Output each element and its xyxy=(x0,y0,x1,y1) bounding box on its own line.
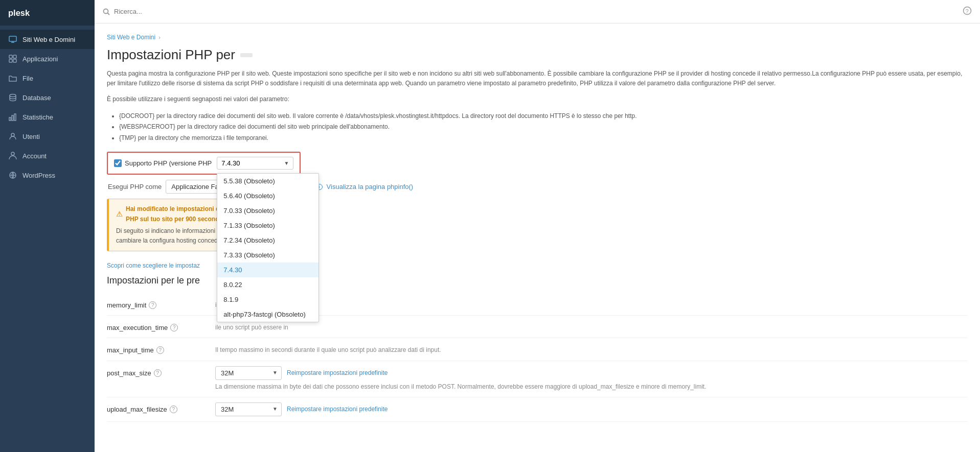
sidebar-item-applicazioni[interactable]: Applicazioni xyxy=(0,49,95,68)
param-content-upload-max-filesize: 32M ▼ Reimpostare impostazioni predefini… xyxy=(215,402,968,416)
php-support-group: Supporto PHP (versione PHP 7.4.30 ▼ 5.5.… xyxy=(107,152,968,194)
learn-more-link[interactable]: Scopri come scegliere le impostaz xyxy=(107,262,200,269)
esegui-label: Esegui PHP come xyxy=(108,183,162,191)
sidebar-navigation: Siti Web e Domini Applicazioni File Data… xyxy=(0,26,95,452)
svg-point-12 xyxy=(11,133,14,136)
svg-point-15 xyxy=(104,9,108,13)
max-input-time-help-icon[interactable]: ? xyxy=(156,346,164,354)
topbar: ? xyxy=(95,0,980,23)
sidebar-item-wordpress[interactable]: WordPress xyxy=(0,165,95,185)
max-execution-time-help-icon[interactable]: ? xyxy=(170,324,178,331)
param-label-post-max-size: post_max_size ? xyxy=(107,366,209,377)
sidebar-item-label: Account xyxy=(22,152,47,160)
sidebar-item-label: Siti Web e Domini xyxy=(22,36,75,43)
svg-rect-9 xyxy=(9,117,11,121)
info-list: {DOCROOT} per la directory radice dei do… xyxy=(107,111,968,144)
sidebar-item-siti-web[interactable]: Siti Web e Domini xyxy=(0,30,95,49)
php-version-dropdown-list: 5.5.38 (Obsoleto) 5.6.40 (Obsoleto) 7.0.… xyxy=(217,173,319,322)
php-version-dropdown: 7.4.30 ▼ 5.5.38 (Obsoleto) 5.6.40 (Obsol… xyxy=(217,157,293,170)
page-description: Questa pagina mostra la configurazione P… xyxy=(107,69,968,88)
list-item: {TMP} per la directory che memorizza i f… xyxy=(119,133,968,144)
upload-max-filesize-select[interactable]: 32M xyxy=(215,402,282,416)
param-label-max-input-time: max_input_time ? xyxy=(107,343,209,354)
grid-icon xyxy=(8,54,17,63)
monitor-icon xyxy=(8,35,17,44)
php-version-select[interactable]: 7.4.30 ▼ xyxy=(217,157,293,170)
param-row-post-max-size: post_max_size ? 32M ▼ Reimpostare impost… xyxy=(107,361,968,397)
param-label-max-execution-time: max_execution_time ? xyxy=(107,321,209,331)
user-icon xyxy=(8,132,17,141)
post-max-size-select-wrap: 32M ▼ xyxy=(215,366,282,380)
warning-icon: ⚠ xyxy=(116,208,123,220)
php-version-option-7333[interactable]: 7.3.33 (Obsoleto) xyxy=(217,248,318,263)
phpinfo-link[interactable]: Visualizza la pagina phpinfo() xyxy=(327,183,414,191)
php-support-label: Supporto PHP (versione PHP xyxy=(125,159,212,167)
param-content-memory-limit: ile uno script può assegnare. xyxy=(215,298,968,310)
post-max-size-reset[interactable]: Reimpostare impostazioni predefinite xyxy=(287,368,388,378)
post-max-size-controls: 32M ▼ Reimpostare impostazioni predefini… xyxy=(215,366,968,380)
php-version-option-7133[interactable]: 7.1.33 (Obsoleto) xyxy=(217,218,318,233)
param-label-upload-max-filesize: upload_max_filesize ? xyxy=(107,402,209,413)
svg-rect-11 xyxy=(14,114,16,121)
chevron-down-icon: ▼ xyxy=(284,160,289,166)
wordpress-icon xyxy=(8,171,17,180)
list-item: {WEBSPACEROOT} per la directory radice d… xyxy=(119,122,968,133)
main-area: ? Siti Web e Domini › Impostazioni PHP p… xyxy=(95,0,980,452)
bar-chart-icon xyxy=(8,112,17,122)
php-version-scroll[interactable]: 5.5.38 (Obsoleto) 5.6.40 (Obsoleto) 7.0.… xyxy=(217,174,318,322)
person-icon xyxy=(8,151,17,160)
memory-limit-help-icon[interactable]: ? xyxy=(149,301,156,309)
content-area: Siti Web e Domini › Impostazioni PHP per… xyxy=(95,23,980,452)
upload-max-filesize-select-wrap: 32M ▼ xyxy=(215,402,282,416)
php-version-option-7033[interactable]: 7.0.33 (Obsoleto) xyxy=(217,203,318,218)
sidebar-item-label: File xyxy=(22,75,33,82)
svg-line-16 xyxy=(108,13,110,15)
post-max-size-help-icon[interactable]: ? xyxy=(154,369,162,377)
param-content-max-execution-time: ile uno script può essere in xyxy=(215,321,968,332)
search-input[interactable] xyxy=(114,8,959,15)
svg-point-13 xyxy=(11,152,14,155)
php-version-option-altphp73[interactable]: alt-php73-fastcgi (Obsoleto) xyxy=(217,307,318,322)
sidebar-item-database[interactable]: Database xyxy=(0,88,95,107)
php-support-row: Supporto PHP (versione PHP 7.4.30 ▼ 5.5.… xyxy=(107,152,301,175)
sidebar-item-label: Statistiche xyxy=(22,113,53,121)
php-version-option-8022[interactable]: 8.0.22 xyxy=(217,277,318,292)
param-row-max-input-time: max_input_time ? Il tempo massimo in sec… xyxy=(107,338,968,361)
upload-max-filesize-help-icon[interactable]: ? xyxy=(170,406,177,413)
php-version-option-5538[interactable]: 5.5.38 (Obsoleto) xyxy=(217,174,318,188)
php-version-option-7430[interactable]: 7.4.30 xyxy=(217,263,318,277)
param-row-upload-max-filesize: upload_max_filesize ? 32M ▼ Reimpostare … xyxy=(107,397,968,422)
param-label-memory-limit: memory_limit ? xyxy=(107,298,209,309)
plesk-logo: plesk xyxy=(8,7,39,18)
param-content-max-input-time: Il tempo massimo in secondi durante il q… xyxy=(215,343,968,355)
sidebar-item-file[interactable]: File xyxy=(0,68,95,88)
sidebar-item-label: WordPress xyxy=(22,172,55,179)
post-max-size-select[interactable]: 32M xyxy=(215,366,282,380)
sidebar-item-utenti[interactable]: Utenti xyxy=(0,127,95,146)
sidebar-item-label: Utenti xyxy=(22,133,40,140)
domain-badge xyxy=(240,53,253,57)
help-icon[interactable]: ? xyxy=(963,6,972,17)
php-support-checkbox-label[interactable]: Supporto PHP (versione PHP xyxy=(114,159,212,167)
svg-text:plesk: plesk xyxy=(8,8,30,17)
breadcrumb-siti-web[interactable]: Siti Web e Domini xyxy=(107,34,155,41)
param-note: È possibile utilizzare i seguenti segnap… xyxy=(107,94,968,104)
breadcrumb: Siti Web e Domini › xyxy=(107,34,968,41)
sidebar-item-statistiche[interactable]: Statistiche xyxy=(0,107,95,127)
sidebar: plesk Siti Web e Domini Applicazioni Fil… xyxy=(0,0,95,452)
svg-rect-6 xyxy=(9,59,12,62)
search-icon xyxy=(103,8,110,15)
sidebar-item-account[interactable]: Account xyxy=(0,146,95,165)
php-support-checkbox[interactable] xyxy=(114,159,122,167)
sidebar-item-label: Applicazioni xyxy=(22,55,58,63)
php-version-option-7234[interactable]: 7.2.34 (Obsoleto) xyxy=(217,233,318,248)
topbar-right: ? xyxy=(963,6,972,17)
svg-rect-1 xyxy=(9,36,16,41)
breadcrumb-separator: › xyxy=(158,34,161,40)
php-version-option-819[interactable]: 8.1.9 xyxy=(217,292,318,307)
svg-text:?: ? xyxy=(966,8,969,14)
upload-max-filesize-controls: 32M ▼ Reimpostare impostazioni predefini… xyxy=(215,402,968,416)
folder-icon xyxy=(8,74,17,83)
php-version-option-5640[interactable]: 5.6.40 (Obsoleto) xyxy=(217,188,318,203)
upload-max-filesize-reset[interactable]: Reimpostare impostazioni predefinite xyxy=(287,405,388,414)
